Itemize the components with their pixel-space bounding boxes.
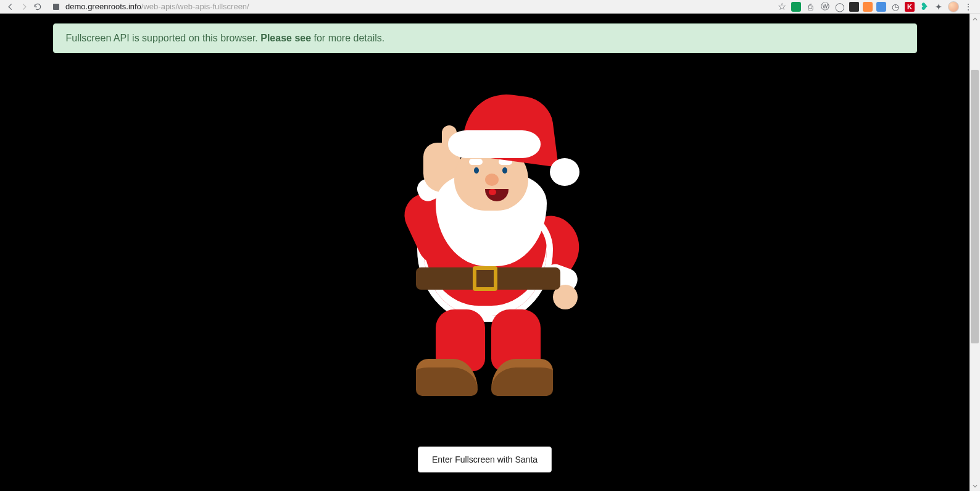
wordpress-extension-icon[interactable]: ⓦ <box>820 1 831 12</box>
browser-toolbar: demo.greenroots.info/web-apis/web-apis-f… <box>0 0 980 14</box>
reload-icon <box>33 2 42 11</box>
tag-extension-icon[interactable]: ❥ <box>918 1 929 12</box>
puzzle-extension-icon[interactable]: ✦ <box>933 1 944 12</box>
enter-fullscreen-button[interactable]: Enter Fullscreen with Santa <box>418 447 552 472</box>
screenshot-extension-icon[interactable]: ⎙ <box>805 1 816 12</box>
scrollbar-track[interactable] <box>970 24 980 481</box>
k-extension-icon[interactable]: K <box>905 2 915 12</box>
bookmark-star-icon[interactable]: ☆ <box>776 1 787 12</box>
scroll-up-button[interactable] <box>970 14 980 24</box>
scroll-down-button[interactable] <box>970 481 980 491</box>
stage <box>0 53 970 442</box>
arrow-right-icon <box>20 2 28 11</box>
back-button[interactable] <box>4 0 17 14</box>
url-path: /web-apis/web-apis-fullscreen/ <box>141 2 249 11</box>
button-row: Enter Fullscreen with Santa <box>418 442 552 472</box>
forward-button[interactable] <box>17 0 31 14</box>
chevron-up-icon <box>973 17 978 22</box>
evernote-extension-icon[interactable] <box>791 2 801 12</box>
clock-extension-icon[interactable]: ◷ <box>890 1 901 12</box>
address-bar[interactable]: demo.greenroots.info/web-apis/web-apis-f… <box>44 0 774 13</box>
lock-icon <box>53 4 59 10</box>
santa-claus-image <box>392 99 578 396</box>
viewport: Fullscreen API is supported on this brow… <box>0 14 980 491</box>
arrow-left-icon <box>6 2 15 11</box>
banner-text-before: Fullscreen API is supported on this brow… <box>66 33 261 43</box>
search-extension-icon[interactable] <box>876 2 886 12</box>
reload-button[interactable] <box>31 0 44 14</box>
url-domain: demo.greenroots.info <box>65 2 141 11</box>
toolbar-actions: ☆ ⎙ ⓦ ◯ ◷ K ❥ ✦ ⋮ <box>774 1 976 12</box>
vertical-scrollbar[interactable] <box>970 14 980 491</box>
chevron-down-icon <box>973 484 978 489</box>
profile-avatar-icon[interactable] <box>948 1 959 12</box>
page-body: Fullscreen API is supported on this brow… <box>0 14 970 491</box>
support-banner: Fullscreen API is supported on this brow… <box>53 23 917 53</box>
scrollbar-thumb[interactable] <box>971 70 979 343</box>
browser-menu-button[interactable]: ⋮ <box>963 1 974 12</box>
grid-extension-icon[interactable] <box>849 2 859 12</box>
banner-link[interactable]: Please see <box>260 33 311 43</box>
swirl-extension-icon[interactable] <box>863 2 873 12</box>
banner-text-after: for more details. <box>311 33 384 43</box>
circle-extension-icon[interactable]: ◯ <box>834 1 845 12</box>
